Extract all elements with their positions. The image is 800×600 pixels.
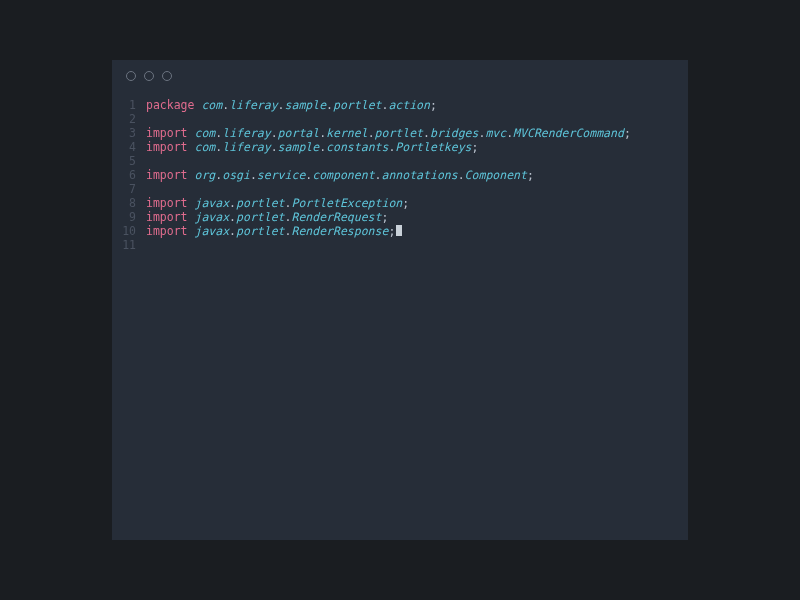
code-line[interactable]: 8import javax.portlet.PortletException; bbox=[112, 196, 688, 210]
identifier-token: com bbox=[194, 126, 215, 140]
text-cursor bbox=[396, 225, 402, 236]
keyword-token: package bbox=[146, 98, 194, 112]
code-line[interactable]: 11 bbox=[112, 238, 688, 252]
identifier-token: annotations bbox=[382, 168, 458, 182]
code-content[interactable]: import javax.portlet.RenderResponse; bbox=[146, 224, 402, 238]
punct-token: . bbox=[250, 168, 257, 182]
code-line[interactable]: 6import org.osgi.service.component.annot… bbox=[112, 168, 688, 182]
code-area[interactable]: 1package com.liferay.sample.portlet.acti… bbox=[112, 92, 688, 540]
identifier-token: component bbox=[312, 168, 374, 182]
code-line[interactable]: 2 bbox=[112, 112, 688, 126]
identifier-token: javax bbox=[194, 196, 229, 210]
keyword-token: import bbox=[146, 126, 188, 140]
identifier-token: portal bbox=[278, 126, 320, 140]
identifier-token: RenderRequest bbox=[291, 210, 381, 224]
code-line[interactable]: 7 bbox=[112, 182, 688, 196]
identifier-token: liferay bbox=[229, 98, 277, 112]
punct-token: . bbox=[278, 98, 285, 112]
identifier-token: bridges bbox=[430, 126, 478, 140]
code-content[interactable]: import com.liferay.portal.kernel.portlet… bbox=[146, 126, 631, 140]
identifier-token: action bbox=[388, 98, 430, 112]
identifier-token: com bbox=[201, 98, 222, 112]
identifier-token: sample bbox=[285, 98, 327, 112]
punct-token: ; bbox=[381, 210, 388, 224]
identifier-token: org bbox=[194, 168, 215, 182]
code-content[interactable]: import javax.portlet.RenderRequest; bbox=[146, 210, 388, 224]
line-number: 7 bbox=[112, 182, 146, 196]
identifier-token: Portletkeys bbox=[395, 140, 471, 154]
identifier-token: javax bbox=[194, 210, 229, 224]
identifier-token: sample bbox=[278, 140, 320, 154]
punct-token: ; bbox=[402, 196, 409, 210]
punct-token: . bbox=[229, 224, 236, 238]
punct-token: . bbox=[271, 126, 278, 140]
keyword-token: import bbox=[146, 168, 188, 182]
identifier-token: portlet bbox=[333, 98, 381, 112]
line-number: 2 bbox=[112, 112, 146, 126]
line-number: 11 bbox=[112, 238, 146, 252]
punct-token: . bbox=[458, 168, 465, 182]
line-number: 1 bbox=[112, 98, 146, 112]
identifier-token: portlet bbox=[236, 224, 284, 238]
punct-token: . bbox=[229, 196, 236, 210]
identifier-token: PortletException bbox=[291, 196, 402, 210]
line-number: 9 bbox=[112, 210, 146, 224]
line-number: 3 bbox=[112, 126, 146, 140]
identifier-token: portlet bbox=[236, 210, 284, 224]
editor-window: 1package com.liferay.sample.portlet.acti… bbox=[112, 60, 688, 540]
identifier-token: kernel bbox=[326, 126, 368, 140]
keyword-token: import bbox=[146, 140, 188, 154]
minimize-icon[interactable] bbox=[144, 71, 154, 81]
identifier-token: Component bbox=[465, 168, 527, 182]
punct-token: ; bbox=[430, 98, 437, 112]
punct-token: . bbox=[229, 210, 236, 224]
identifier-token: osgi bbox=[222, 168, 250, 182]
code-line[interactable]: 3import com.liferay.portal.kernel.portle… bbox=[112, 126, 688, 140]
identifier-token: liferay bbox=[222, 126, 270, 140]
code-line[interactable]: 1package com.liferay.sample.portlet.acti… bbox=[112, 98, 688, 112]
code-content[interactable]: import javax.portlet.PortletException; bbox=[146, 196, 409, 210]
keyword-token: import bbox=[146, 224, 188, 238]
code-content[interactable]: import org.osgi.service.component.annota… bbox=[146, 168, 534, 182]
identifier-token: portlet bbox=[375, 126, 423, 140]
punct-token: . bbox=[271, 140, 278, 154]
punct-token: . bbox=[368, 126, 375, 140]
punct-token: . bbox=[326, 98, 333, 112]
line-number: 6 bbox=[112, 168, 146, 182]
identifier-token: MVCRenderCommand bbox=[513, 126, 624, 140]
identifier-token: javax bbox=[194, 224, 229, 238]
titlebar bbox=[112, 60, 688, 92]
identifier-token: liferay bbox=[222, 140, 270, 154]
identifier-token: portlet bbox=[236, 196, 284, 210]
code-content[interactable]: package com.liferay.sample.portlet.actio… bbox=[146, 98, 437, 112]
identifier-token: com bbox=[194, 140, 215, 154]
line-number: 8 bbox=[112, 196, 146, 210]
code-line[interactable]: 10import javax.portlet.RenderResponse; bbox=[112, 224, 688, 238]
identifier-token: constants bbox=[326, 140, 388, 154]
code-content[interactable]: import com.liferay.sample.constants.Port… bbox=[146, 140, 478, 154]
identifier-token: mvc bbox=[485, 126, 506, 140]
zoom-icon[interactable] bbox=[162, 71, 172, 81]
close-icon[interactable] bbox=[126, 71, 136, 81]
keyword-token: import bbox=[146, 210, 188, 224]
punct-token: . bbox=[375, 168, 382, 182]
identifier-token: RenderResponse bbox=[291, 224, 388, 238]
line-number: 4 bbox=[112, 140, 146, 154]
punct-token: . bbox=[423, 126, 430, 140]
identifier-token: service bbox=[257, 168, 305, 182]
punct-token: ; bbox=[527, 168, 534, 182]
code-line[interactable]: 4import com.liferay.sample.constants.Por… bbox=[112, 140, 688, 154]
line-number: 10 bbox=[112, 224, 146, 238]
punct-token: ; bbox=[388, 224, 395, 238]
line-number: 5 bbox=[112, 154, 146, 168]
code-line[interactable]: 5 bbox=[112, 154, 688, 168]
punct-token: ; bbox=[472, 140, 479, 154]
keyword-token: import bbox=[146, 196, 188, 210]
code-line[interactable]: 9import javax.portlet.RenderRequest; bbox=[112, 210, 688, 224]
punct-token: ; bbox=[624, 126, 631, 140]
